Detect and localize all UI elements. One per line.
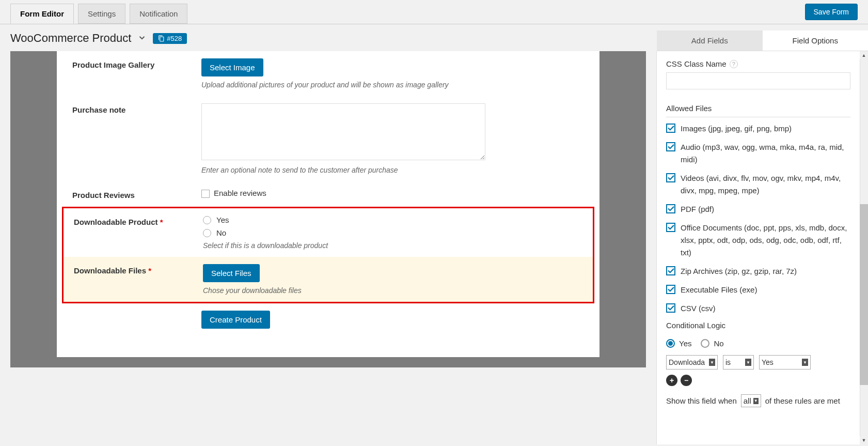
chevron-down-icon[interactable] <box>137 33 147 44</box>
save-form-button[interactable]: Save Form <box>805 4 858 20</box>
form-id-badge[interactable]: #528 <box>153 33 187 44</box>
field-row-reviews: Product Reviews Enable reviews <box>57 181 599 207</box>
field-label: Downloadable Files * <box>74 264 203 295</box>
field-row-purchase-note: Purchase note Enter an optional note to … <box>57 96 599 181</box>
field-label: Product Image Gallery <box>72 58 201 89</box>
main-container: Product Image Gallery Select Image Uploa… <box>0 51 868 444</box>
scroll-up-arrow-icon[interactable]: ▲ <box>860 51 868 59</box>
checkbox-checked-icon <box>666 285 675 294</box>
radio-label: No <box>216 228 226 237</box>
allowed-zip[interactable]: Zip Archives (zip, gz, gzip, rar, 7z) <box>666 265 850 278</box>
scroll-down-arrow-icon[interactable]: ▼ <box>860 436 868 444</box>
field-options-panel: CSS Class Name ? Allowed Files Images (j… <box>657 51 860 416</box>
radio-icon <box>203 216 211 224</box>
allowed-label: Images (jpg, jpeg, gif, png, bmp) <box>681 122 792 135</box>
caret-down-icon: ▼ <box>709 359 715 366</box>
form-id-text: #528 <box>167 35 182 42</box>
required-asterisk: * <box>160 218 163 226</box>
allowed-audio[interactable]: Audio (mp3, wav, ogg, wma, mka, m4a, ra,… <box>666 141 850 166</box>
allowed-csv[interactable]: CSV (csv) <box>666 302 850 315</box>
create-product-button[interactable]: Create Product <box>201 311 270 329</box>
sidebar-scrollbar-thumb[interactable] <box>860 204 868 385</box>
highlighted-group: Downloadable Product * Yes No Sele <box>62 207 594 303</box>
help-icon[interactable]: ? <box>730 60 738 68</box>
show-when-match-select[interactable]: all▼ <box>741 394 761 407</box>
field-hint: Chose your downloadable files <box>203 286 582 295</box>
radio-yes[interactable]: Yes <box>203 216 582 224</box>
css-class-input[interactable] <box>666 72 850 89</box>
condition-rule-row: Downloada▼ is▼ Yes▼ <box>666 355 850 370</box>
allowed-files-title: Allowed Files <box>666 104 850 117</box>
field-hint: Upload additional pictures of your produ… <box>201 81 584 89</box>
add-rule-button[interactable]: + <box>666 375 677 386</box>
allowed-label: Audio (mp3, wav, ogg, wma, mka, m4a, ra,… <box>681 141 850 166</box>
select-image-button[interactable]: Select Image <box>201 58 263 76</box>
checkbox-checked-icon <box>666 142 675 151</box>
allowed-label: PDF (pdf) <box>681 203 714 216</box>
radio-label: No <box>714 339 723 348</box>
checkbox-checked-icon <box>666 173 675 182</box>
form-canvas-area: Product Image Gallery Select Image Uploa… <box>0 51 656 444</box>
show-when-pre: Show this field when <box>666 396 737 405</box>
rule-value-select[interactable]: Yes▼ <box>759 355 811 370</box>
field-hint: Select if this is a downloadable product <box>203 241 582 250</box>
allowed-videos[interactable]: Videos (avi, divx, flv, mov, ogv, mkv, m… <box>666 172 850 197</box>
field-label: Downloadable Product * <box>74 216 203 250</box>
field-label: Purchase note <box>72 103 201 174</box>
radio-label: Yes <box>679 339 691 348</box>
allowed-label: Office Documents (doc, ppt, pps, xls, md… <box>681 222 850 259</box>
select-files-button[interactable]: Select Files <box>203 264 260 282</box>
radio-unchecked-icon <box>701 339 709 348</box>
allowed-label: CSV (csv) <box>681 302 716 315</box>
rule-operator-select[interactable]: is▼ <box>723 355 754 370</box>
checkbox-checked-icon <box>666 124 675 133</box>
field-row-downloadable-files[interactable]: Downloadable Files * Select Files Chose … <box>64 257 593 302</box>
enable-reviews-checkbox-row[interactable]: Enable reviews <box>201 189 266 197</box>
tab-notification[interactable]: Notification <box>130 4 187 24</box>
right-sidebar: Add Fields Field Options CSS Class Name … <box>656 51 868 444</box>
remove-rule-button[interactable]: − <box>681 375 692 386</box>
required-asterisk: * <box>148 266 151 275</box>
show-when-row: Show this field when all▼ of these rules… <box>666 394 850 407</box>
field-row-downloadable: Downloadable Product * Yes No Sele <box>64 208 593 257</box>
tab-settings[interactable]: Settings <box>78 4 125 24</box>
submit-row: Create Product <box>57 303 599 329</box>
cond-no-option[interactable]: No <box>701 339 723 348</box>
radio-icon <box>203 229 211 237</box>
caret-down-icon: ▼ <box>745 359 751 366</box>
form-preview: Product Image Gallery Select Image Uploa… <box>57 51 599 357</box>
sidebar-tabs: Add Fields Field Options <box>657 30 868 51</box>
caret-down-icon: ▼ <box>753 398 759 404</box>
field-label: Product Reviews <box>72 189 201 199</box>
css-class-label: CSS Class Name ? <box>666 59 850 68</box>
purchase-note-textarea[interactable] <box>201 103 485 160</box>
allowed-pdf[interactable]: PDF (pdf) <box>666 203 850 216</box>
top-tabs: Form Editor Settings Notification <box>10 4 187 24</box>
checkbox-icon <box>201 190 210 198</box>
top-bar: Form Editor Settings Notification Save F… <box>0 0 868 24</box>
rule-field-select[interactable]: Downloada▼ <box>666 355 718 370</box>
rule-action-buttons: + − <box>666 375 850 386</box>
allowed-label: Zip Archives (zip, gz, gzip, rar, 7z) <box>681 265 797 278</box>
tab-form-editor[interactable]: Form Editor <box>10 4 74 24</box>
tab-add-fields[interactable]: Add Fields <box>657 30 763 51</box>
radio-label: Yes <box>216 216 229 224</box>
radio-checked-icon <box>666 339 675 348</box>
tab-field-options[interactable]: Field Options <box>763 30 869 51</box>
checkbox-checked-icon <box>666 204 675 213</box>
allowed-images[interactable]: Images (jpg, jpeg, gif, png, bmp) <box>666 122 850 135</box>
checkbox-checked-icon <box>666 303 675 313</box>
conditional-logic-title: Conditional Logic <box>666 321 850 334</box>
show-when-post: of these rules are met <box>765 396 840 405</box>
cond-yes-option[interactable]: Yes <box>666 339 691 348</box>
checkbox-checked-icon <box>666 266 675 275</box>
field-row-image-gallery: Product Image Gallery Select Image Uploa… <box>57 51 599 96</box>
allowed-office[interactable]: Office Documents (doc, ppt, pps, xls, md… <box>666 222 850 259</box>
checkbox-label: Enable reviews <box>214 189 266 197</box>
conditional-logic-toggle: Yes No <box>666 339 850 348</box>
caret-down-icon: ▼ <box>802 359 808 366</box>
radio-no[interactable]: No <box>203 228 582 237</box>
allowed-label: Videos (avi, divx, flv, mov, ogv, mkv, m… <box>681 172 850 197</box>
allowed-exe[interactable]: Executable Files (exe) <box>666 284 850 296</box>
sidebar-scrollbar-track[interactable]: ▲ ▼ <box>860 51 868 444</box>
